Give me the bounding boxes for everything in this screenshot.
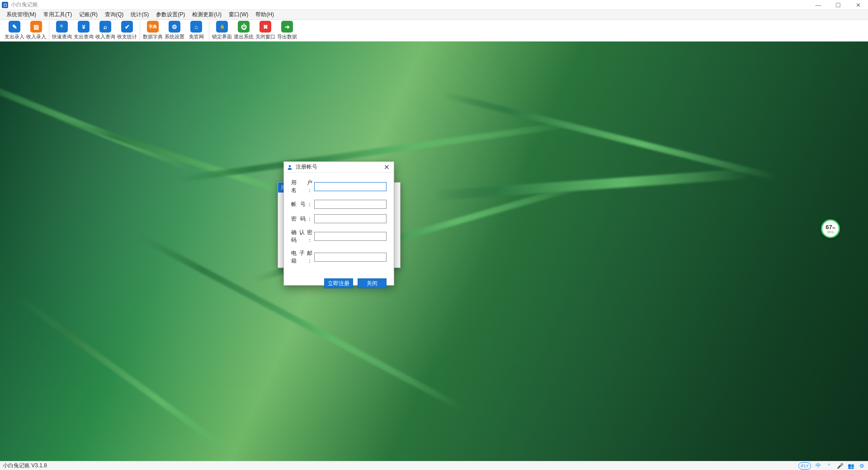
username-label: 用 户 名 xyxy=(291,179,312,194)
email-input[interactable] xyxy=(314,253,387,262)
income-expense-stats-label: 收支统计 xyxy=(117,33,137,40)
app-icon: ◻ xyxy=(2,2,8,8)
statusbar-version: 小白兔记账 V3.1.8 xyxy=(3,462,47,470)
income-entry-button[interactable]: ▥收入录入 xyxy=(25,21,47,41)
network-speed: 0K/s xyxy=(827,230,834,234)
titlebar: ◻ 小白兔记账 — ☐ ✕ xyxy=(0,0,868,10)
lock-icon: 🔒 xyxy=(216,21,228,33)
menu-item-5[interactable]: 参数设置(P) xyxy=(152,10,189,19)
toolbar-group-1: 🔍快速查询¥支出查询⌕收入查询✔收支统计 xyxy=(49,21,140,40)
ime-badge[interactable]: iFLY xyxy=(798,462,811,470)
network-speed-widget[interactable]: 67% 0K/s xyxy=(821,219,840,238)
list-search-icon: ⌕ xyxy=(99,21,111,33)
close-icon: ✖ xyxy=(259,21,271,33)
app-title: 小白兔记账 xyxy=(11,1,38,9)
register-button[interactable]: 立即注册 xyxy=(324,278,353,288)
statusbar: 小白兔记账 V3.1.8 iFLY 中 ° 🎤 👥 ⚙ xyxy=(0,461,868,470)
account-input[interactable] xyxy=(314,200,387,209)
register-dialog-title: 注册帐号 xyxy=(296,163,317,171)
lock-screen-button[interactable]: 🔒锁定界面 xyxy=(211,21,233,41)
quick-query-label: 快速查询 xyxy=(52,33,72,40)
income-query-button[interactable]: ⌕收入查询 xyxy=(94,21,116,41)
ime-language[interactable]: 中 xyxy=(815,462,822,470)
password-label: 密 码 xyxy=(291,215,312,223)
person-icon xyxy=(287,164,293,170)
toolbar-group-3: 🔒锁定界面⏻退出系统✖关闭窗口➜导出数据 xyxy=(209,21,300,40)
confirm-password-input[interactable] xyxy=(314,232,387,241)
ime-settings-icon[interactable]: ⚙ xyxy=(858,462,865,470)
gear-icon: ⚙ xyxy=(169,21,180,33)
home-icon: ⌂ xyxy=(190,21,202,33)
register-dialog-titlebar[interactable]: 注册帐号 ✕ xyxy=(284,162,394,173)
official-site-label: 免官网 xyxy=(189,33,204,40)
folder-icon: ▥ xyxy=(30,21,42,33)
expense-entry-button[interactable]: ✎支出录入 xyxy=(4,21,25,41)
system-settings-button[interactable]: ⚙系统设置 xyxy=(164,21,185,41)
window-minimize-button[interactable]: — xyxy=(808,0,828,10)
menu-item-0[interactable]: 系统管理(M) xyxy=(3,10,40,19)
expense-query-label: 支出查询 xyxy=(74,33,94,40)
menu-item-2[interactable]: 记账(R) xyxy=(75,10,101,19)
expense-query-button[interactable]: ¥支出查询 xyxy=(73,21,94,41)
exit-system-button[interactable]: ⏻退出系统 xyxy=(233,21,255,41)
data-dictionary-label: 数据字典 xyxy=(143,33,163,40)
toolbar: ✎支出录入▥收入录入🔍快速查询¥支出查询⌕收入查询✔收支统计字典数据字典⚙系统设… xyxy=(0,20,868,42)
exit-system-label: 退出系统 xyxy=(234,33,254,40)
network-percent-unit: % xyxy=(832,226,835,230)
check-icon: ✔ xyxy=(121,21,133,33)
menu-item-6[interactable]: 检测更新(U) xyxy=(189,10,225,19)
email-label: 电子邮箱 xyxy=(291,249,312,265)
ime-people-icon[interactable]: 👥 xyxy=(847,462,854,470)
username-input[interactable] xyxy=(314,182,387,191)
menu-item-7[interactable]: 窗口(W) xyxy=(225,10,252,19)
network-percent: 67 xyxy=(826,224,832,230)
toolbar-group-2: 字典数据字典⚙系统设置⌂免官网 xyxy=(140,21,209,40)
export-data-button[interactable]: ➜导出数据 xyxy=(276,21,298,41)
ime-punctuation-icon[interactable]: ° xyxy=(826,462,833,470)
toolbar-group-0: ✎支出录入▥收入录入 xyxy=(2,21,49,40)
search-icon: 🔍 xyxy=(56,21,68,33)
close-window-button[interactable]: ✖关闭窗口 xyxy=(255,21,276,41)
income-expense-stats-button[interactable]: ✔收支统计 xyxy=(116,21,138,41)
register-dialog-close-icon[interactable]: ✕ xyxy=(382,163,391,171)
window-maximize-button[interactable]: ☐ xyxy=(828,0,848,10)
official-site-button[interactable]: ⌂免官网 xyxy=(185,21,207,41)
edit-icon: ✎ xyxy=(9,21,20,33)
data-dictionary-button[interactable]: 字典数据字典 xyxy=(142,21,164,41)
menubar: 系统管理(M)常用工具(T)记账(R)查询(Q)统计(S)参数设置(P)检测更新… xyxy=(0,10,868,20)
password-input[interactable] xyxy=(314,214,387,223)
menu-item-4[interactable]: 统计(S) xyxy=(127,10,152,19)
svg-point-0 xyxy=(289,165,291,167)
menu-item-3[interactable]: 查询(Q) xyxy=(101,10,127,19)
quick-query-button[interactable]: 🔍快速查询 xyxy=(51,21,73,41)
close-window-label: 关闭窗口 xyxy=(255,33,275,40)
close-button[interactable]: 关闭 xyxy=(358,278,387,288)
power-icon: ⏻ xyxy=(238,21,250,33)
export-icon: ➜ xyxy=(281,21,293,33)
window-close-button[interactable]: ✕ xyxy=(848,0,868,10)
expense-entry-label: 支出录入 xyxy=(5,33,24,40)
ime-mic-icon[interactable]: 🎤 xyxy=(836,462,844,470)
system-settings-label: 系统设置 xyxy=(165,33,184,40)
menu-item-1[interactable]: 常用工具(T) xyxy=(40,10,75,19)
menu-item-8[interactable]: 帮助(H) xyxy=(252,10,278,19)
income-entry-label: 收入录入 xyxy=(26,33,46,40)
dictionary-icon: 字典 xyxy=(147,21,159,33)
account-label: 帐 号 xyxy=(291,201,312,208)
income-query-label: 收入查询 xyxy=(95,33,115,40)
lock-screen-label: 锁定界面 xyxy=(212,33,232,40)
register-dialog: 注册帐号 ✕ 用 户 名 帐 号 密 码 确认密码 电子邮箱 xyxy=(283,161,394,286)
workspace-background: 用 注册帐号 ✕ 用 户 名 帐 号 密 码 xyxy=(0,42,868,461)
confirm-password-label: 确认密码 xyxy=(291,229,312,244)
export-data-label: 导出数据 xyxy=(277,33,297,40)
yuan-search-icon: ¥ xyxy=(78,21,90,33)
